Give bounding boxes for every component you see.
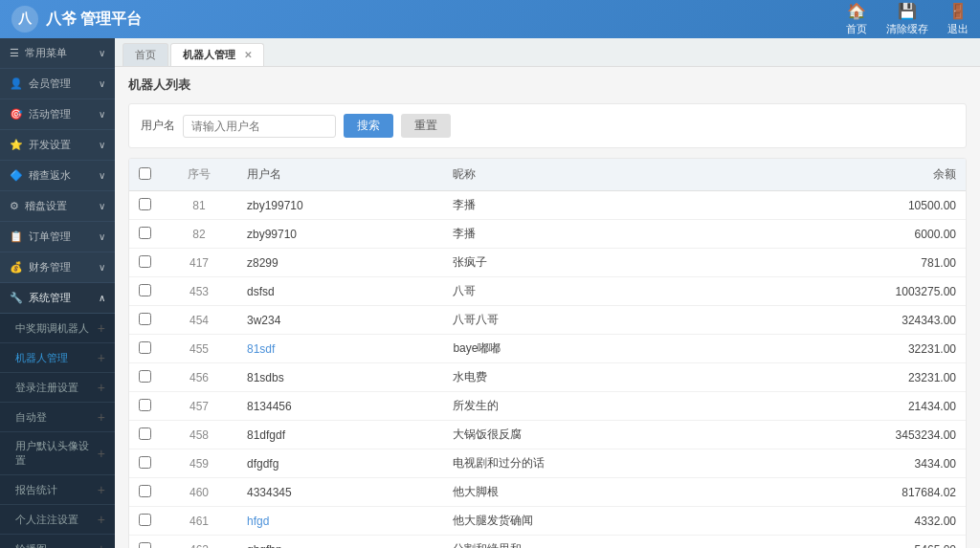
row-checkbox[interactable] xyxy=(139,399,151,411)
row-seq: 417 xyxy=(161,249,237,277)
main-area: 首页 机器人管理 ✕ 机器人列表 用户名 搜索 重置 xyxy=(115,38,980,548)
sidebar-sub-auto-robot[interactable]: 中奖期调机器人 + xyxy=(0,314,115,343)
table-body: 81 zby199710 李播 10500.00 82 zby99710 李播 … xyxy=(129,191,966,549)
row-balance: 3453234.00 xyxy=(747,421,966,449)
sidebar-sub-label: 轮播图 xyxy=(15,542,47,549)
row-seq: 81 xyxy=(161,191,237,220)
row-checkbox-cell[interactable] xyxy=(129,421,161,449)
row-balance: 32231.00 xyxy=(747,335,966,363)
row-checkbox[interactable] xyxy=(139,284,151,296)
sidebar-item-order-mgmt[interactable]: 📋 订单管理 ∨ xyxy=(0,222,115,252)
row-balance: 3434.00 xyxy=(747,449,966,478)
row-balance: 23231.00 xyxy=(747,363,966,392)
chevron-down-icon: ∨ xyxy=(99,48,105,58)
sidebar-item-open-settings[interactable]: ⭐ 开发设置 ∨ xyxy=(0,130,115,161)
plus-icon: + xyxy=(98,350,105,365)
sidebar-item-common-menu[interactable]: ☰ 常用菜单 ∨ xyxy=(0,38,115,69)
content-area: 机器人列表 用户名 搜索 重置 序号 用户名 昵称 xyxy=(115,67,980,548)
table-row: 453 dsfsd 八哥 1003275.00 xyxy=(129,277,966,306)
sidebar-item-label: 活动管理 xyxy=(29,107,71,121)
sidebar-item-finance-mgmt[interactable]: 💰 财务管理 ∨ xyxy=(0,252,115,283)
row-checkbox[interactable] xyxy=(139,427,151,440)
finance-icon: 💰 xyxy=(10,261,23,274)
row-checkbox-cell[interactable] xyxy=(129,449,161,478)
sidebar-sub-personal-settings[interactable]: 个人注注设置 + xyxy=(0,505,115,535)
plus-icon: + xyxy=(98,482,105,497)
row-checkbox[interactable] xyxy=(139,514,151,526)
row-nickname: 大锅饭很反腐 xyxy=(443,421,746,449)
table-row: 81 zby199710 李播 10500.00 xyxy=(129,191,966,220)
sidebar-sub-robot-mgmt[interactable]: 机器人管理 + xyxy=(0,343,115,373)
tab-close-icon[interactable]: ✕ xyxy=(244,50,252,60)
home-nav[interactable]: 🏠 首页 xyxy=(846,2,867,36)
sidebar-sub-banner[interactable]: 轮播图 + xyxy=(0,535,115,548)
logout-nav[interactable]: 🚪 退出 xyxy=(947,2,969,36)
row-username[interactable]: 81sdf xyxy=(237,335,443,363)
tab-home[interactable]: 首页 xyxy=(122,43,168,66)
sidebar-sub-report-stats[interactable]: 报告统计 + xyxy=(0,475,115,505)
row-checkbox-cell[interactable] xyxy=(129,277,161,306)
select-all-checkbox[interactable] xyxy=(139,167,151,180)
clear-cache-label: 清除缓存 xyxy=(886,22,928,36)
plus-icon: + xyxy=(98,380,105,395)
row-checkbox-cell[interactable] xyxy=(129,220,161,249)
sidebar-item-system-mgmt[interactable]: 🔧 系统管理 ∧ xyxy=(0,283,115,314)
search-label: 用户名 xyxy=(141,118,175,134)
row-checkbox-cell[interactable] xyxy=(129,536,161,549)
table-row: 460 4334345 他大脚根 817684.02 xyxy=(129,478,966,507)
row-checkbox[interactable] xyxy=(139,227,151,239)
row-checkbox[interactable] xyxy=(139,542,151,549)
row-seq: 461 xyxy=(161,507,237,536)
row-balance: 1003275.00 xyxy=(747,277,966,306)
sidebar-item-odds-settings[interactable]: ⚙ 稽盘设置 ∨ xyxy=(0,191,115,222)
gear-icon: ⚙ xyxy=(10,200,19,212)
app-header: 八 八爷 管理平台 🏠 首页 💾 清除缓存 🚪 退出 xyxy=(0,0,980,38)
row-checkbox[interactable] xyxy=(139,198,151,210)
row-nickname: 八哥八哥 xyxy=(443,306,746,335)
row-username: 4334345 xyxy=(237,478,443,507)
row-checkbox-cell[interactable] xyxy=(129,306,161,335)
sidebar-item-member-mgmt[interactable]: 👤 会员管理 ∨ xyxy=(0,69,115,99)
tab-robot-mgmt[interactable]: 机器人管理 ✕ xyxy=(170,43,264,66)
row-checkbox[interactable] xyxy=(139,456,151,469)
search-button[interactable]: 搜索 xyxy=(344,114,393,138)
sidebar-sub-user-avatar[interactable]: 用户默认头像设置 + xyxy=(0,432,115,475)
sidebar-sub-label: 自动登 xyxy=(15,410,47,425)
row-checkbox[interactable] xyxy=(139,485,151,497)
clear-cache-nav[interactable]: 💾 清除缓存 xyxy=(886,2,928,36)
sidebar-sub-label: 中奖期调机器人 xyxy=(15,321,89,336)
search-bar: 用户名 搜索 重置 xyxy=(128,103,967,148)
row-checkbox[interactable] xyxy=(139,313,151,325)
th-nickname: 昵称 xyxy=(443,159,746,191)
row-checkbox-cell[interactable] xyxy=(129,335,161,363)
row-checkbox[interactable] xyxy=(139,341,151,354)
row-username[interactable]: hfgd xyxy=(237,507,443,536)
sidebar-sub-auto-login[interactable]: 自动登 + xyxy=(0,403,115,432)
search-input[interactable] xyxy=(183,115,336,138)
row-balance: 781.00 xyxy=(747,249,966,277)
row-checkbox-cell[interactable] xyxy=(129,392,161,421)
plus-icon: + xyxy=(98,320,105,336)
sidebar-sub-login-settings[interactable]: 登录注册设置 + xyxy=(0,373,115,403)
row-checkbox-cell[interactable] xyxy=(129,191,161,220)
table-row: 457 8134456 所发生的 21434.00 xyxy=(129,392,966,421)
reset-button[interactable]: 重置 xyxy=(401,114,451,138)
star-icon: ⭐ xyxy=(10,139,23,151)
row-checkbox-cell[interactable] xyxy=(129,507,161,536)
chevron-up-icon: ∧ xyxy=(99,293,105,303)
row-checkbox[interactable] xyxy=(139,370,151,383)
row-seq: 82 xyxy=(161,220,237,249)
row-checkbox[interactable] xyxy=(139,255,151,268)
row-checkbox-cell[interactable] xyxy=(129,363,161,392)
sidebar-item-agent-water[interactable]: 🔷 稽查返水 ∨ xyxy=(0,161,115,191)
logout-icon: 🚪 xyxy=(948,2,968,20)
th-username: 用户名 xyxy=(237,159,443,191)
row-seq: 457 xyxy=(161,392,237,421)
row-checkbox-cell[interactable] xyxy=(129,478,161,507)
activity-icon: 🎯 xyxy=(10,108,23,121)
row-username: dfgdfg xyxy=(237,449,443,478)
row-nickname: 分割和缘思和 xyxy=(443,536,746,549)
row-checkbox-cell[interactable] xyxy=(129,249,161,277)
sidebar-item-activity-mgmt[interactable]: 🎯 活动管理 ∨ xyxy=(0,99,115,130)
page-title: 机器人列表 xyxy=(128,77,967,94)
